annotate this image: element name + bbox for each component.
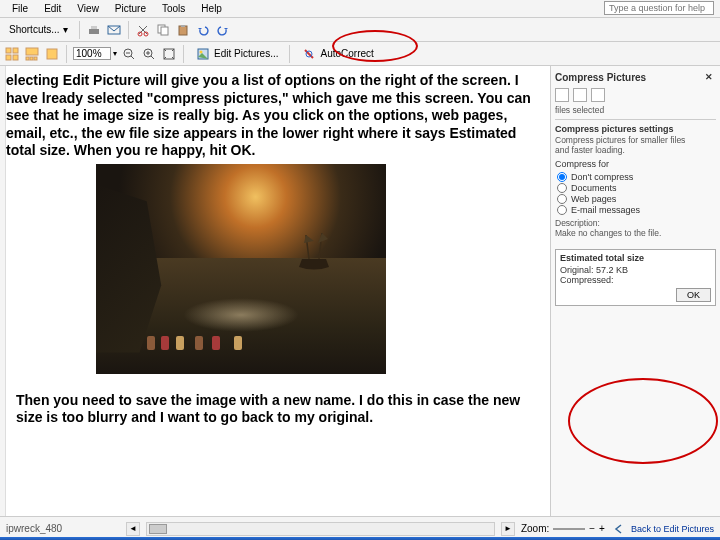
- close-icon[interactable]: ✕: [702, 70, 716, 84]
- autocorrect-button[interactable]: AutoCorrect: [296, 44, 378, 64]
- radio-dont-compress-input[interactable]: [557, 172, 567, 182]
- radio-email-input[interactable]: [557, 205, 567, 215]
- estimated-size-box: Estimated total size Original: 57.2 KB C…: [555, 249, 716, 306]
- copy-icon[interactable]: [155, 22, 171, 38]
- scrollbar-thumb[interactable]: [149, 524, 167, 534]
- files-selected-text: files selected: [555, 106, 716, 116]
- zoom-in-icon[interactable]: +: [599, 523, 605, 534]
- cut-icon[interactable]: [135, 22, 151, 38]
- compress-radio-group: Don't compress Documents Web pages E-mai…: [557, 172, 716, 215]
- settings-heading: Compress pictures settings: [555, 124, 716, 134]
- print-icon[interactable]: [86, 22, 102, 38]
- fit-icon[interactable]: [161, 46, 177, 62]
- svg-rect-14: [26, 57, 29, 60]
- menu-help[interactable]: Help: [193, 3, 230, 14]
- scroll-left-arrow[interactable]: ◄: [126, 522, 140, 536]
- radio-dont-compress[interactable]: Don't compress: [557, 172, 716, 182]
- menu-edit[interactable]: Edit: [36, 3, 69, 14]
- est-original-label: Original:: [560, 265, 594, 275]
- toolbar-separator: [289, 45, 290, 63]
- redo-icon[interactable]: [215, 22, 231, 38]
- svg-rect-16: [34, 57, 37, 60]
- annotation-circle-estimated-size: [568, 378, 718, 464]
- svg-rect-15: [30, 57, 33, 60]
- menu-picture[interactable]: Picture: [107, 3, 154, 14]
- filmstrip-view-icon[interactable]: [24, 46, 40, 62]
- shortcuts-button[interactable]: Shortcuts... ▾: [4, 22, 73, 37]
- compress-for-label: Compress for: [555, 159, 716, 169]
- zoom-control: ▾: [73, 47, 117, 60]
- zoom-out-icon[interactable]: [121, 46, 137, 62]
- edit-pictures-button[interactable]: Edit Pictures...: [190, 44, 283, 64]
- forward-icon[interactable]: [573, 88, 587, 102]
- status-filename: ipwreck_480: [6, 523, 126, 534]
- radio-label: Don't compress: [571, 172, 633, 182]
- radio-label: E-mail messages: [571, 205, 640, 215]
- horizontal-scrollbar[interactable]: [146, 522, 495, 536]
- autocorrect-icon: [301, 46, 317, 62]
- status-zoom-label: Zoom:: [521, 523, 549, 534]
- radio-documents-input[interactable]: [557, 183, 567, 193]
- toolbar-separator: [66, 45, 67, 63]
- status-zoom-value[interactable]: [553, 528, 585, 530]
- thumbnail-view-icon[interactable]: [4, 46, 20, 62]
- scroll-right-arrow[interactable]: ►: [501, 522, 515, 536]
- menu-file[interactable]: File: [4, 3, 36, 14]
- zoom-in-icon[interactable]: [141, 46, 157, 62]
- description-text: Make no changes to the file.: [555, 229, 716, 239]
- ok-button[interactable]: OK: [676, 288, 711, 302]
- paste-icon[interactable]: [175, 22, 191, 38]
- back-label: Back to Edit Pictures: [631, 524, 714, 534]
- document-pane: electing Edit Picture will give you a li…: [6, 66, 550, 516]
- svg-rect-10: [13, 48, 18, 53]
- status-zoom: Zoom: − +: [521, 523, 605, 534]
- toolbar-main: ▾ Edit Pictures... AutoCorrect: [0, 42, 720, 66]
- est-compressed-label: Compressed:: [560, 275, 614, 285]
- edit-pictures-label: Edit Pictures...: [214, 48, 278, 59]
- zoom-out-icon[interactable]: −: [589, 523, 595, 534]
- svg-rect-8: [181, 25, 185, 27]
- menubar: File Edit View Picture Tools Help: [0, 0, 720, 18]
- est-original-row: Original: 57.2 KB: [560, 265, 711, 275]
- svg-rect-7: [179, 26, 187, 35]
- back-to-edit-link[interactable]: Back to Edit Pictures: [611, 521, 714, 537]
- radio-email[interactable]: E-mail messages: [557, 205, 716, 215]
- svg-line-22: [151, 56, 154, 59]
- chevron-down-icon: ▾: [63, 24, 68, 35]
- autocorrect-label: AutoCorrect: [320, 48, 373, 59]
- toolbar-separator: [128, 21, 129, 39]
- back-icon[interactable]: [555, 88, 569, 102]
- svg-rect-1: [91, 26, 97, 29]
- svg-rect-9: [6, 48, 11, 53]
- est-title: Estimated total size: [560, 253, 711, 263]
- menu-view[interactable]: View: [69, 3, 107, 14]
- single-view-icon[interactable]: [44, 46, 60, 62]
- svg-rect-0: [89, 29, 99, 34]
- svg-rect-6: [161, 27, 168, 35]
- radio-documents[interactable]: Documents: [557, 183, 716, 193]
- radio-web-pages-input[interactable]: [557, 194, 567, 204]
- zoom-input[interactable]: [73, 47, 111, 60]
- help-question-input[interactable]: [604, 1, 714, 15]
- instruction-paragraph-1: electing Edit Picture will give you a li…: [6, 72, 542, 160]
- menu-tools[interactable]: Tools: [154, 3, 193, 14]
- instruction-paragraph-2: Then you need to save the image with a n…: [16, 392, 536, 427]
- svg-line-19: [131, 56, 134, 59]
- edit-pictures-icon: [195, 46, 211, 62]
- undo-icon[interactable]: [195, 22, 211, 38]
- task-pane-compress: Compress Pictures ✕ files selected Compr…: [550, 66, 720, 516]
- toolbar-separator: [183, 45, 184, 63]
- est-compressed-row: Compressed:: [560, 275, 711, 285]
- home-icon[interactable]: [591, 88, 605, 102]
- settings-desc-2: and faster loading.: [555, 146, 716, 156]
- sample-image-shipwreck[interactable]: [96, 164, 386, 374]
- toolbar-separator: [79, 21, 80, 39]
- mail-icon[interactable]: [106, 22, 122, 38]
- toolbar-shortcuts: Shortcuts... ▾: [0, 18, 720, 42]
- svg-rect-17: [47, 49, 57, 59]
- radio-web-pages[interactable]: Web pages: [557, 194, 716, 204]
- svg-rect-13: [26, 48, 38, 55]
- taskpane-nav: [555, 88, 716, 102]
- svg-point-27: [200, 50, 203, 53]
- chevron-down-icon[interactable]: ▾: [113, 49, 117, 58]
